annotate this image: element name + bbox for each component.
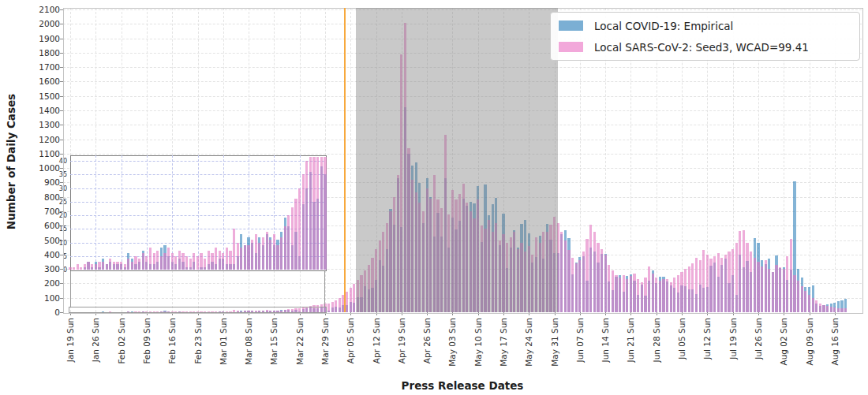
x-tick-label: May 31 Sun (550, 318, 560, 371)
x-tick-label: Mar 22 Sun (295, 318, 305, 371)
inset-bar-simulated (237, 243, 239, 270)
x-tick-label: Mar 29 Sun (320, 318, 331, 371)
inset-bar-simulated (233, 229, 235, 270)
y-tick-label: 1900 (14, 34, 60, 43)
inset-bar-simulated (102, 262, 104, 270)
x-tick-label: Jul 26 Sun (754, 318, 764, 371)
y-tick-label: 1800 (14, 48, 60, 58)
inset-bar-simulated (247, 245, 249, 270)
inset-bar-simulated (167, 248, 170, 270)
inset-bar-simulated (255, 234, 257, 270)
x-tick-label: Feb 09 Sun (142, 318, 152, 371)
inset-bar-simulated (251, 240, 253, 270)
x-tick-label: Apr 19 Sun (397, 318, 407, 371)
inset-bar-simulated (171, 253, 174, 270)
inset-bar-simulated (73, 267, 75, 270)
inset-bar-simulated (302, 174, 305, 270)
x-tick-label: Mar 15 Sun (269, 318, 279, 371)
x-tick-label: Apr 05 Sun (346, 318, 356, 371)
y-tick-label: 100 (14, 293, 60, 303)
legend-swatch-simulated (559, 42, 583, 52)
inset-bar-simulated (84, 264, 86, 270)
y-tick-label: 1400 (14, 106, 60, 115)
x-tick-label: Jan 19 Sun (65, 318, 76, 371)
inset-bar-simulated (196, 256, 199, 270)
inset-bar-simulated (134, 256, 137, 270)
x-tick-label: May 10 Sun (473, 318, 484, 371)
y-tick-label: 2000 (14, 19, 60, 28)
connector-line-right (324, 270, 325, 307)
inset-bar-simulated (178, 251, 181, 270)
inset-grid-line-x (95, 155, 96, 270)
inset-bar-simulated (174, 256, 177, 270)
inset-bar-simulated (266, 232, 268, 270)
inset-bar-simulated (131, 262, 133, 270)
x-tick-label: Mar 08 Sun (244, 318, 254, 371)
connector-line-left (70, 270, 71, 307)
inset-bar-simulated (120, 262, 122, 270)
inset-bar-simulated (312, 157, 315, 270)
inset-bar-simulated (160, 256, 163, 270)
shaded-region (356, 8, 558, 312)
inset-bar-simulated (269, 240, 271, 270)
inset-bar-simulated (226, 248, 228, 270)
inset-bar-simulated (273, 234, 275, 270)
y-tick-label: 1300 (14, 120, 60, 129)
x-tick-label: Mar 01 Sun (219, 318, 229, 371)
inset-grid-line-x (198, 155, 199, 270)
y-tick-label: 1700 (14, 62, 60, 72)
legend-swatch-empirical (559, 20, 583, 31)
legend-label: Local COVID-19: Empirical (594, 20, 733, 32)
inset-grid-line-x (172, 155, 173, 270)
inset-bar-simulated (200, 253, 202, 270)
figure: Jan 19 SunJan 26 SunFeb 02 SunFeb 09 Sun… (0, 0, 868, 395)
inset-bar-simulated (106, 264, 108, 270)
inset-bar-simulated (98, 262, 100, 270)
inset-bar-simulated (294, 199, 297, 270)
inset-bar-simulated (208, 251, 210, 270)
inset-bar-simulated (185, 256, 188, 270)
y-tick-label: 1200 (14, 135, 60, 144)
x-tick-label: Aug 16 Sun (830, 318, 840, 371)
inset-bar-simulated (153, 253, 155, 270)
inset-bar-simulated (127, 259, 129, 270)
inset-bar-simulated (91, 264, 93, 270)
inset-bar-simulated (298, 188, 301, 270)
inset-bar-simulated (204, 259, 206, 270)
inset-bar-simulated (258, 243, 260, 270)
x-tick-label: Jun 28 Sun (652, 318, 662, 371)
inset-bar-simulated (145, 256, 148, 270)
inset-bar-simulated (280, 237, 282, 270)
y-tick-label: 1500 (14, 91, 60, 101)
inset-grid-line-x (223, 155, 224, 270)
x-tick-label: Jun 21 Sun (626, 318, 636, 371)
x-tick-label: Jan 26 Sun (91, 318, 101, 371)
y-tick-label: 0 (14, 307, 60, 317)
x-tick-label: May 24 Sun (524, 318, 534, 371)
x-tick-label: Feb 02 Sun (117, 318, 127, 371)
x-tick-label: Apr 12 Sun (372, 318, 382, 371)
y-tick-label: 2100 (14, 5, 60, 14)
inset-bar-simulated (222, 253, 224, 270)
inset-bar-simulated (95, 264, 97, 270)
legend: Local COVID-19: Empirical Local SARS-CoV… (550, 12, 860, 61)
x-tick-label: Aug 09 Sun (805, 318, 815, 371)
legend-label: Local SARS-CoV-2: Seed3, WCAD=99.41 (594, 41, 809, 54)
event-line (344, 8, 346, 312)
inset-bar-simulated (320, 157, 323, 270)
x-axis-title: Press Release Dates (344, 379, 581, 392)
inset-bar-simulated (284, 226, 286, 270)
inset-bar-simulated (142, 253, 144, 270)
inset-grid-line-x (147, 155, 148, 270)
inset-bar-simulated (240, 248, 242, 270)
x-tick-label: Jul 19 Sun (728, 318, 739, 371)
x-tick-label: Jun 07 Sun (575, 318, 586, 371)
inset-bar-simulated (163, 253, 166, 270)
inset-bar-simulated (309, 157, 312, 270)
inset-bar-simulated (291, 207, 294, 270)
inset-bar-simulated (77, 264, 79, 270)
x-tick-label: Feb 23 Sun (193, 318, 204, 371)
x-tick-label: May 03 Sun (447, 318, 458, 371)
inset-bar-simulated (219, 251, 221, 270)
y-tick-label: 1600 (14, 76, 60, 86)
